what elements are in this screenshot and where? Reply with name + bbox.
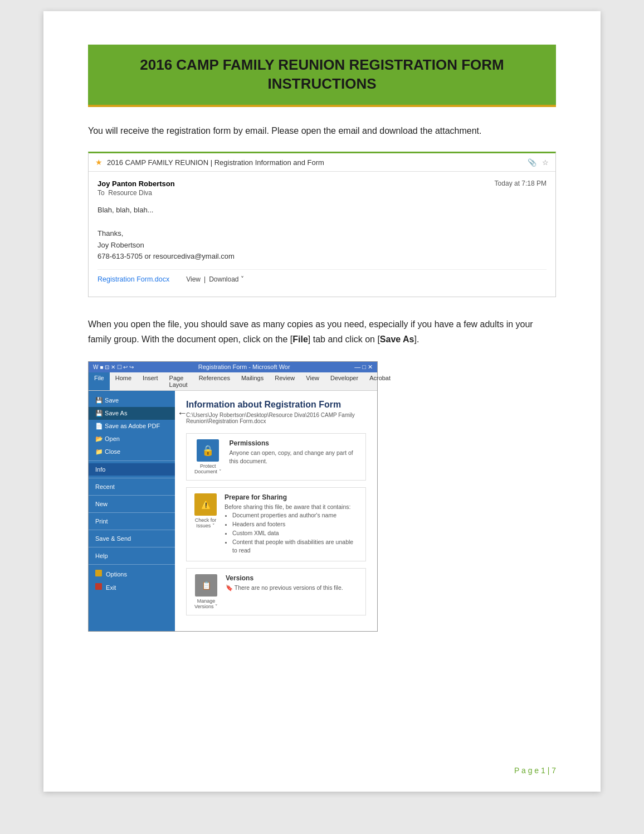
email-body: Today at 7:18 PM Joy Panton Robertson To…: [89, 172, 555, 297]
sharing-item-2: Headers and footers: [232, 520, 358, 529]
bookmark-icon: ☆: [542, 158, 549, 167]
view-link[interactable]: View: [186, 275, 201, 283]
sidebar-info[interactable]: Info: [89, 463, 175, 476]
paperclip-icon: 📎: [528, 158, 536, 167]
permissions-desc: Anyone can open, copy, and change any pa…: [230, 449, 358, 467]
versions-text: Versions 🔖 There are no previous version…: [226, 574, 343, 593]
close-icon: 📁: [95, 448, 103, 455]
sidebar-new[interactable]: New: [89, 498, 175, 510]
sidebar-save-as-pdf[interactable]: 📄 Save as Adobe PDF: [89, 420, 175, 433]
versions-icon: 📋: [195, 574, 217, 597]
tab-page-layout[interactable]: Page Layout: [164, 372, 193, 390]
title-line1: 2016 CAMP FAMILY REUNION REGISTRATION FO…: [140, 56, 504, 73]
save-as-icon: 💾: [95, 410, 103, 416]
email-timestamp: Today at 7:18 PM: [495, 180, 547, 187]
second-paragraph: When you open the file, you should save …: [88, 317, 556, 347]
protect-label: ProtectDocument ˅: [194, 463, 222, 474]
sharing-item-3: Custom XML data: [232, 529, 358, 538]
protect-document-btn[interactable]: 🔒 ProtectDocument ˅: [194, 439, 222, 474]
pdf-icon: 📄: [95, 423, 103, 429]
tab-acrobat[interactable]: Acrobat: [364, 372, 396, 390]
email-mockup: ★ 2016 CAMP FAMILY REUNION | Registratio…: [88, 152, 556, 297]
page-title: 2016 CAMP FAMILY REUNION REGISTRATION FO…: [105, 56, 539, 94]
sharing-item-1: Document properties and author's name: [232, 511, 358, 520]
word-titlebar-icons: W ■ ⊡ ✕ ☐ ↩ ↪: [93, 364, 134, 370]
download-link[interactable]: Download ˅: [209, 275, 244, 283]
sidebar-exit[interactable]: Exit: [89, 580, 175, 594]
permissions-section: 🔒 ProtectDocument ˅ Permissions Anyone c…: [186, 433, 366, 481]
options-icon: [95, 570, 102, 576]
document-page: 2016 CAMP FAMILY REUNION REGISTRATION FO…: [43, 11, 601, 792]
sidebar-save[interactable]: 💾 Save: [89, 394, 175, 407]
sidebar-divider-6: [89, 547, 175, 547]
tab-view[interactable]: View: [300, 372, 325, 390]
tab-mailings[interactable]: Mailings: [236, 372, 269, 390]
sidebar-close[interactable]: 📁 Close: [89, 445, 175, 458]
exit-icon: [95, 583, 102, 590]
content-path: C:\Users\Joy Robertson\Desktop\Resource …: [186, 412, 366, 424]
versions-section: 📋 ManageVersions ˅ Versions 🔖 There are …: [186, 568, 366, 615]
sidebar-divider-4: [89, 512, 175, 513]
header-underline: [88, 105, 556, 107]
versions-label: ManageVersions ˅: [194, 598, 218, 609]
word-window-controls: — □ ✕: [354, 363, 373, 371]
word-main-area: 💾 Save 💾 Save As ← 📄 Save as Adobe PDF 📂…: [89, 391, 377, 632]
sharing-desc: Before sharing this file, be aware that …: [225, 503, 358, 512]
word-ribbon: File Home Insert Page Layout References …: [89, 372, 377, 391]
check-issues-icon: ⚠️: [194, 493, 217, 516]
title-line2: INSTRUCTIONS: [268, 75, 377, 92]
attachment-filename[interactable]: Registration Form.docx: [97, 275, 169, 283]
word-titlebar-text: Registration Form - Microsoft Wor: [198, 363, 290, 370]
email-sender: Joy Panton Robertson: [97, 180, 547, 188]
email-subject: 2016 CAMP FAMILY REUNION | Registration …: [107, 158, 523, 167]
versions-heading: Versions: [226, 574, 343, 582]
manage-versions-btn[interactable]: 📋 ManageVersions ˅: [194, 574, 218, 609]
sidebar-divider-2: [89, 478, 175, 478]
tab-insert[interactable]: Insert: [137, 372, 164, 390]
save-icon-small: 💾: [95, 397, 103, 404]
word-content-area: Information about Registration Form C:\U…: [175, 391, 377, 632]
sidebar-divider-3: [89, 495, 175, 496]
open-icon: 📂: [95, 435, 103, 442]
tab-file[interactable]: File: [89, 372, 110, 390]
sidebar-recent[interactable]: Recent: [89, 481, 175, 493]
tab-review[interactable]: Review: [269, 372, 300, 390]
page-number: P a g e 1 | 7: [514, 766, 556, 775]
tab-references[interactable]: References: [193, 372, 236, 390]
header-box: 2016 CAMP FAMILY REUNION REGISTRATION FO…: [88, 45, 556, 105]
sidebar-divider-1: [89, 460, 175, 461]
sidebar-open[interactable]: 📂 Open: [89, 433, 175, 445]
sharing-item-4: Content that people with disabilities ar…: [232, 538, 358, 556]
sidebar-help[interactable]: Help: [89, 550, 175, 562]
sidebar-divider-7: [89, 564, 175, 565]
sidebar-options[interactable]: Options: [89, 567, 175, 580]
permissions-heading: Permissions: [230, 439, 358, 447]
tab-home[interactable]: Home: [110, 372, 137, 390]
attachment-actions: View | Download ˅: [186, 275, 244, 283]
sharing-text: Prepare for Sharing Before sharing this …: [225, 493, 358, 556]
page-footer: P a g e 1 | 7: [514, 766, 556, 775]
intro-paragraph: You will receive the registration form b…: [88, 124, 556, 138]
check-issues-label: Check forIssues ˅: [195, 517, 217, 528]
email-subject-row: ★ 2016 CAMP FAMILY REUNION | Registratio…: [89, 153, 555, 172]
sidebar-save-as[interactable]: 💾 Save As ←: [89, 407, 175, 420]
word-file-sidebar: 💾 Save 💾 Save As ← 📄 Save as Adobe PDF 📂…: [89, 391, 175, 632]
check-issues-btn[interactable]: ⚠️ Check forIssues ˅: [194, 493, 217, 528]
sidebar-save-send[interactable]: Save & Send: [89, 532, 175, 545]
email-body-text: Blah, blah, blah... Thanks, Joy Robertso…: [97, 205, 547, 263]
word-tabs: File Home Insert Page Layout References …: [89, 372, 377, 390]
sharing-heading: Prepare for Sharing: [225, 493, 358, 501]
sharing-section: ⚠️ Check forIssues ˅ Prepare for Sharing…: [186, 487, 366, 562]
protect-icon: 🔒: [197, 439, 219, 462]
versions-desc: 🔖 There are no previous versions of this…: [226, 584, 343, 593]
sidebar-print[interactable]: Print: [89, 515, 175, 527]
tab-developer[interactable]: Developer: [325, 372, 364, 390]
permissions-text: Permissions Anyone can open, copy, and c…: [230, 439, 358, 467]
sidebar-divider-5: [89, 530, 175, 530]
word-titlebar: W ■ ⊡ ✕ ☐ ↩ ↪ Registration Form - Micros…: [89, 362, 377, 372]
star-icon: ★: [95, 158, 103, 167]
email-attachment-row: Registration Form.docx View | Download ˅: [97, 269, 547, 289]
sharing-list: Document properties and author's name He…: [225, 511, 358, 555]
content-title: Information about Registration Form: [186, 400, 366, 410]
email-to: To Resource Diva: [97, 189, 547, 197]
